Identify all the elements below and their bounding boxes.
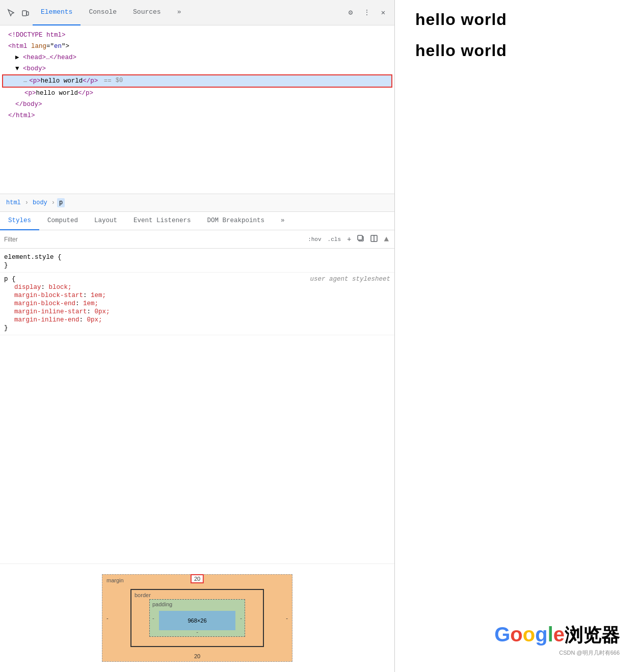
dom-line-head[interactable]: ▶ <head>…</head> [0, 52, 394, 63]
svg-rect-0 [22, 11, 26, 16]
cls-button[interactable]: .cls [326, 235, 342, 244]
box-model: margin 20 20 - - border - padding [102, 574, 292, 662]
cursor-icon[interactable] [4, 6, 18, 20]
dom-line-p1[interactable]: … <p>hello world</p> == $0 [2, 74, 392, 88]
webpage-footer: Google浏览器 CSDN @明月几时有666 [415, 623, 620, 662]
filter-input[interactable] [4, 236, 306, 243]
styles-tabs: Styles Computed Layout Event Listeners D… [0, 212, 394, 230]
element-style-rule: element.style { } [0, 251, 394, 273]
dom-line-html-close[interactable]: </html> [0, 110, 394, 121]
tab-console[interactable]: Console [81, 0, 125, 25]
border-label: border [135, 592, 151, 598]
close-icon[interactable]: ✕ [376, 6, 390, 20]
breadcrumb: html › body › p [0, 194, 394, 212]
add-rule-button[interactable]: + [345, 234, 353, 245]
tab-styles[interactable]: Styles [0, 212, 39, 230]
hello-world-1: hello world [415, 10, 620, 29]
dom-line-p2[interactable]: <p>hello world</p> [0, 88, 394, 99]
dom-line-html[interactable]: <html lang="en"> [0, 41, 394, 52]
p-rule: p { user agent stylesheet display: block… [0, 273, 394, 335]
webpage-panel: hello world hello world Google浏览器 CSDN @… [395, 0, 640, 672]
hello-world-2: hello world [415, 41, 620, 60]
svg-rect-1 [26, 12, 29, 15]
tab-more[interactable]: » [169, 0, 190, 25]
margin-right-value: - [286, 615, 288, 621]
devtools-panel: Elements Console Sources » ⚙ ⋮ ✕ <!DOCTY… [0, 0, 395, 672]
dom-tree: <!DOCTYPE html> <html lang="en"> ▶ <head… [0, 25, 394, 194]
devtools-header: Elements Console Sources » ⚙ ⋮ ✕ [0, 0, 394, 25]
breadcrumb-html[interactable]: html [4, 198, 23, 207]
tab-elements[interactable]: Elements [33, 0, 81, 25]
content-box: 968×26 [159, 611, 235, 630]
breadcrumb-body[interactable]: body [31, 198, 49, 207]
scroll-button[interactable]: ▲ [382, 234, 390, 245]
tab-styles-more[interactable]: » [273, 212, 293, 230]
box-model-container: margin 20 20 - - border - padding [0, 563, 394, 672]
copy-button[interactable] [356, 234, 366, 245]
google-brand: Google浏览器 [494, 623, 620, 648]
tab-layout[interactable]: Layout [86, 212, 125, 230]
breadcrumb-p[interactable]: p [57, 198, 65, 207]
settings-icon[interactable]: ⚙ [343, 6, 358, 20]
dom-line-doctype[interactable]: <!DOCTYPE html> [0, 30, 394, 41]
margin-label: margin [106, 577, 124, 583]
tab-computed[interactable]: Computed [39, 212, 86, 230]
margin-left-value: - [106, 615, 109, 621]
tab-sources[interactable]: Sources [125, 0, 169, 25]
csdn-label: CSDN @明月几时有666 [559, 649, 620, 657]
more-icon[interactable]: ⋮ [360, 6, 374, 20]
margin-top-value: 20 [191, 574, 204, 583]
svg-rect-3 [358, 235, 362, 240]
dom-line-body[interactable]: ▼ <body> [0, 63, 394, 74]
margin-bottom-value: 20 [194, 653, 200, 659]
css-rules: element.style { } p { user agent stylesh… [0, 249, 394, 563]
tab-event-listeners[interactable]: Event Listeners [125, 212, 199, 230]
dom-line-body-close[interactable]: </body> [0, 99, 394, 110]
hov-button[interactable]: :hov [306, 235, 323, 244]
filter-bar: :hov .cls + ▲ [0, 230, 394, 249]
panel-button[interactable] [369, 234, 379, 245]
device-icon[interactable] [18, 6, 33, 20]
webpage-content: hello world hello world [415, 10, 620, 623]
padding-label: padding [152, 601, 172, 607]
tab-dom-breakpoints[interactable]: DOM Breakpoints [199, 212, 273, 230]
